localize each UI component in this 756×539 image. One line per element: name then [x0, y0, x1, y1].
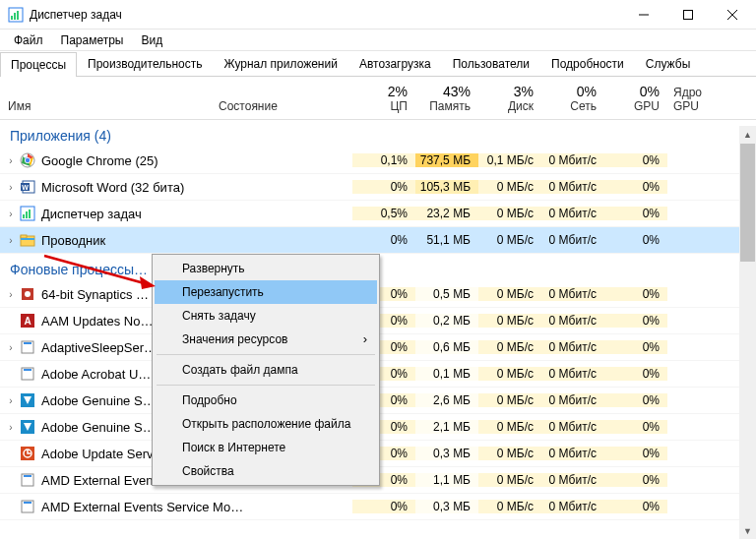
cell-1: 51,1 МБ: [415, 233, 478, 247]
expander-icon[interactable]: ›: [2, 342, 20, 353]
tab-3[interactable]: Автозагрузка: [348, 51, 442, 76]
cell-1: 105,3 МБ: [415, 180, 478, 194]
expander-icon[interactable]: ›: [2, 209, 20, 219]
app-icon: [20, 446, 35, 461]
app-row[interactable]: ›Диспетчер задач0,5%23,2 МБ0 МБ/с0 Мбит/…: [0, 201, 756, 227]
maximize-button[interactable]: [665, 0, 710, 29]
minimize-button[interactable]: [621, 0, 665, 29]
cell-1: 737,5 МБ: [415, 153, 478, 167]
cell-2: 0 МБ/с: [478, 233, 541, 247]
scroll-down-arrow[interactable]: ▼: [739, 522, 756, 539]
expander-icon[interactable]: ›: [2, 182, 20, 193]
app-icon: [20, 419, 35, 435]
expander-icon[interactable]: ›: [2, 422, 20, 433]
svg-rect-27: [24, 342, 32, 344]
cell-2: 0 МБ/с: [478, 180, 541, 194]
tab-6[interactable]: Службы: [635, 51, 701, 76]
context-item-2[interactable]: Снять задачу: [155, 304, 377, 328]
process-name: AMD External Events Service Mo…: [41, 500, 243, 514]
app-row[interactable]: ›Проводник0%51,1 МБ0 МБ/с0 Мбит/с0%: [0, 227, 756, 254]
window-title: Диспетчер задач: [30, 8, 621, 22]
context-item-10[interactable]: Свойства: [155, 459, 377, 483]
process-name: AAM Updates No…: [41, 314, 153, 329]
app-icon: [20, 339, 35, 355]
expander-icon[interactable]: ›: [2, 289, 20, 300]
column-name[interactable]: Имя: [0, 99, 215, 119]
svg-rect-20: [21, 235, 27, 238]
menu-options[interactable]: Параметры: [53, 31, 132, 49]
cell-1: 2,6 МБ: [415, 393, 478, 407]
column-metric-2[interactable]: 3%Диск: [478, 84, 541, 119]
cell-3: 0 Мбит/с: [541, 233, 604, 247]
column-metric-0[interactable]: 2%ЦП: [352, 84, 415, 119]
cell-3: 0 Мбит/с: [541, 180, 604, 194]
cell-2: 0 МБ/с: [478, 393, 541, 407]
cell-3: 0 Мбит/с: [541, 420, 604, 434]
cell-2: 0 МБ/с: [478, 207, 541, 220]
cell-0: 0%: [352, 233, 415, 247]
svg-rect-17: [26, 211, 28, 218]
app-icon: [20, 472, 35, 488]
svg-rect-18: [29, 210, 31, 218]
context-item-8[interactable]: Открыть расположение файла: [155, 412, 377, 436]
cell-4: 0%: [604, 153, 667, 167]
close-button[interactable]: [710, 0, 754, 29]
process-name: Microsoft Word (32 бита): [41, 180, 184, 195]
cell-1: 0,3 МБ: [415, 447, 478, 460]
scroll-thumb[interactable]: [740, 144, 755, 262]
cell-3: 0 Мбит/с: [541, 367, 604, 381]
column-metric-4[interactable]: 0%GPU: [604, 84, 667, 119]
cell-4: 0%: [604, 367, 667, 381]
app-icon: [20, 232, 35, 248]
column-state[interactable]: Состояние: [215, 99, 352, 119]
process-name: Google Chrome (25): [41, 153, 158, 168]
cell-2: 0 МБ/с: [478, 340, 541, 354]
column-metric-1[interactable]: 43%Память: [415, 84, 478, 119]
scroll-up-arrow[interactable]: ▲: [739, 126, 756, 143]
cell-2: 0 МБ/с: [478, 314, 541, 328]
app-icon: A: [20, 313, 35, 329]
svg-rect-3: [17, 11, 19, 20]
svg-rect-21: [21, 238, 34, 240]
app-icon: [20, 499, 35, 514]
expander-icon[interactable]: ›: [2, 395, 20, 406]
context-item-0[interactable]: Развернуть: [155, 257, 377, 280]
vertical-scrollbar[interactable]: ▲ ▼: [739, 126, 756, 539]
tab-4[interactable]: Пользователи: [442, 51, 540, 76]
cell-4: 0%: [604, 393, 667, 407]
app-row[interactable]: ›Google Chrome (25)0,1%737,5 МБ0,1 МБ/с0…: [0, 148, 756, 174]
expander-icon[interactable]: ›: [2, 155, 20, 166]
process-name: Adobe Acrobat U…: [41, 367, 151, 382]
context-menu: РазвернутьПерезапуститьСнять задачуЗначе…: [152, 254, 380, 486]
context-item-3[interactable]: Значения ресурсов: [155, 328, 377, 351]
app-icon: [20, 392, 35, 408]
cell-1: 2,1 МБ: [415, 420, 478, 434]
menu-view[interactable]: Вид: [133, 31, 170, 49]
context-item-7[interactable]: Подробно: [155, 389, 377, 412]
bg-row[interactable]: AMD External Events Service Mo…0%0,3 МБ0…: [0, 494, 756, 520]
expander-icon[interactable]: ›: [2, 235, 20, 246]
titlebar: Диспетчер задач: [0, 0, 756, 30]
context-item-1[interactable]: Перезапустить: [155, 280, 377, 304]
svg-rect-37: [24, 502, 32, 504]
tab-1[interactable]: Производительность: [77, 51, 213, 76]
cell-2: 0 МБ/с: [478, 447, 541, 460]
cell-4: 0%: [604, 314, 667, 328]
tab-2[interactable]: Журнал приложений: [214, 51, 348, 76]
menu-file[interactable]: Файл: [6, 31, 51, 49]
tab-0[interactable]: Процессы: [0, 52, 77, 77]
column-gpu-engine[interactable]: Ядро GPU: [667, 86, 730, 119]
menubar: Файл Параметры Вид: [0, 30, 756, 51]
context-item-9[interactable]: Поиск в Интернете: [155, 436, 377, 459]
cell-3: 0 Мбит/с: [541, 473, 604, 487]
cell-1: 0,1 МБ: [415, 367, 478, 381]
context-item-5[interactable]: Создать файл дампа: [155, 358, 377, 382]
cell-3: 0 Мбит/с: [541, 153, 604, 167]
cell-4: 0%: [604, 233, 667, 247]
svg-rect-2: [14, 13, 16, 20]
app-row[interactable]: ›WMicrosoft Word (32 бита)0%105,3 МБ0 МБ…: [0, 174, 756, 201]
cell-3: 0 Мбит/с: [541, 500, 604, 513]
tab-5[interactable]: Подробности: [540, 51, 635, 76]
app-icon: [20, 286, 35, 302]
column-metric-3[interactable]: 0%Сеть: [541, 84, 604, 119]
